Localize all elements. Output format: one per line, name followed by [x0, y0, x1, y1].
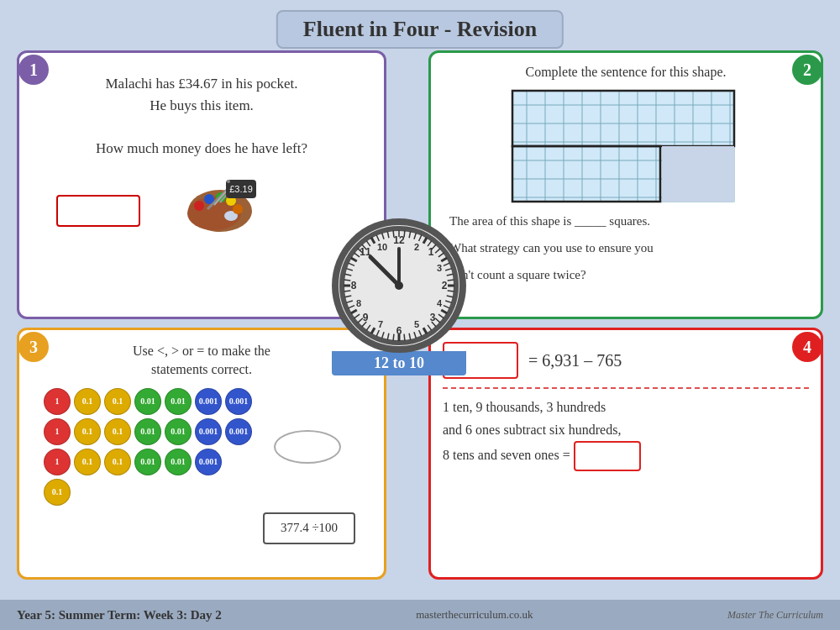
coin: 0.1	[74, 449, 101, 475]
coin: 0.01	[165, 388, 192, 415]
svg-point-3	[194, 201, 204, 211]
svg-line-65	[344, 291, 350, 291]
palette-icon: £3.19	[182, 176, 258, 234]
svg-text:2: 2	[442, 280, 448, 291]
q2-text2: What strategy can you use to ensure you	[449, 238, 809, 258]
q1-answer-input[interactable]	[56, 195, 140, 227]
coin: 0.1	[104, 388, 131, 415]
svg-text:12: 12	[393, 234, 405, 246]
footer: Year 5: Summer Term: Week 3: Day 2 maste…	[0, 600, 840, 630]
coin: 0.01	[165, 449, 192, 475]
q3-answer-oval[interactable]	[274, 430, 341, 464]
svg-text:£3.19: £3.19	[229, 184, 253, 194]
svg-line-67	[344, 280, 350, 281]
svg-text:6: 6	[396, 325, 402, 337]
coin: 0.001	[225, 388, 252, 415]
q1-line1: Malachi has £34.67 in his pocket.	[31, 73, 372, 95]
coin: 1	[44, 388, 71, 415]
badge-3: 3	[18, 332, 49, 362]
svg-line-37	[448, 291, 454, 291]
q3-bottom: 377.4 ÷100	[31, 512, 372, 544]
coin: 0.01	[134, 449, 161, 475]
coin: 0.001	[225, 418, 252, 445]
q4-bottom-line3: 8 tens and seven ones =	[443, 441, 809, 471]
coin: 0.1	[104, 449, 131, 475]
coin: 0.1	[44, 479, 71, 506]
coin: 0.001	[195, 388, 222, 415]
svg-point-98	[395, 281, 403, 290]
coin: 1	[44, 418, 71, 445]
svg-line-35	[448, 280, 454, 281]
svg-text:9: 9	[363, 312, 369, 323]
q4-top: = 6,931 – 765	[443, 342, 809, 379]
coin: 0.01	[134, 388, 161, 415]
svg-text:8: 8	[351, 280, 357, 291]
svg-text:3: 3	[437, 263, 442, 273]
q2-title: Complete the sentence for this shape.	[443, 65, 809, 80]
page-title: Fluent in Four - Revision	[276, 10, 564, 49]
coin: 0.001	[195, 418, 222, 445]
q4-divider	[443, 387, 809, 389]
coin: 0.1	[74, 418, 101, 445]
badge-4: 4	[792, 332, 822, 362]
svg-point-7	[233, 204, 243, 214]
q2-text3: don't count a square twice?	[449, 265, 809, 285]
q4-equation: = 6,931 – 765	[528, 351, 622, 370]
clock-container: 12 1 2 3 6 9 8 11 10 2 3 4 5 7 8	[332, 218, 466, 375]
q3-line2: statements correct.	[31, 360, 372, 379]
q4-bottom-line3-text: 8 tens and seven ones =	[443, 448, 570, 462]
q1-line2: He buys this item.	[31, 95, 372, 117]
q4-bottom-text: 1 ten, 9 thousands, 3 hundreds and 6 one…	[443, 396, 809, 471]
footer-center: masterthecurriculum.co.uk	[416, 608, 533, 622]
badge-2: 2	[792, 55, 822, 85]
question-1: Malachi has £34.67 in his pocket. He buy…	[17, 50, 386, 319]
svg-text:7: 7	[378, 319, 383, 329]
coins-grid: 1 0.1 0.1 0.01 0.01 0.001 0.001 1 0.1 0.…	[44, 388, 252, 506]
badge-1: 1	[18, 55, 49, 85]
q4-bottom-line2: and 6 ones subtract six hundreds,	[443, 418, 809, 441]
svg-text:5: 5	[414, 319, 419, 329]
svg-text:1: 1	[428, 246, 434, 258]
q2-text1: The area of this shape is _____ squares.	[449, 211, 809, 231]
coin: 0.001	[195, 449, 222, 475]
svg-line-50	[404, 334, 405, 341]
svg-text:8: 8	[356, 298, 361, 308]
svg-point-12	[227, 180, 230, 183]
q4-answer-box-bottom[interactable]	[574, 441, 641, 471]
coin: 0.1	[104, 418, 131, 445]
question-2: Complete the sentence for this shape. Th…	[428, 50, 823, 319]
question-4: = 6,931 – 765 1 ten, 9 thousands, 3 hund…	[428, 328, 823, 580]
q3-line1: Use <, > or = to make the	[31, 342, 372, 360]
q3-division-answer[interactable]: 377.4 ÷100	[263, 512, 355, 544]
shape-grid-svg	[508, 87, 743, 204]
q4-bottom-line1: 1 ten, 9 thousands, 3 hundreds	[443, 396, 809, 418]
question-3: Use <, > or = to make the statements cor…	[17, 328, 386, 580]
footer-right: Master The Curriculum	[727, 609, 823, 622]
svg-line-52	[393, 334, 394, 341]
coin: 0.1	[74, 388, 101, 415]
coin: 0.01	[134, 418, 161, 445]
q1-text: Malachi has £34.67 in his pocket. He buy…	[31, 73, 372, 159]
svg-text:10: 10	[377, 242, 387, 252]
svg-text:2: 2	[414, 242, 419, 252]
q3-title: Use <, > or = to make the statements cor…	[31, 342, 372, 380]
clock-svg: 12 1 2 3 6 9 8 11 10 2 3 4 5 7 8	[339, 225, 459, 346]
clock-face: 12 1 2 3 6 9 8 11 10 2 3 4 5 7 8	[332, 218, 466, 353]
coin: 1	[44, 449, 71, 475]
footer-left: Year 5: Summer Term: Week 3: Day 2	[17, 608, 222, 622]
clock-label: 12 to 10	[332, 351, 466, 375]
svg-text:4: 4	[437, 298, 443, 308]
coin: 0.01	[165, 418, 192, 445]
q1-line3: How much money does he have left?	[31, 138, 372, 160]
svg-rect-18	[662, 146, 734, 202]
svg-text:3: 3	[430, 312, 436, 323]
